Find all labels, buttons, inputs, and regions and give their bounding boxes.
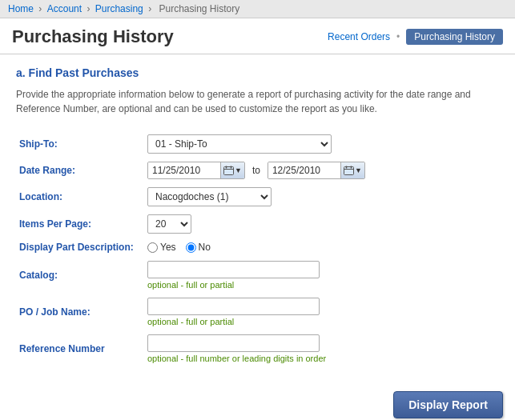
catalog-label: Catalog: xyxy=(16,257,144,294)
po-job-input[interactable] xyxy=(147,298,320,315)
po-job-input-cell: optional - full or partial xyxy=(144,294,499,330)
ref-number-optional-text: optional - full number or leading digits… xyxy=(147,354,496,363)
items-per-page-select[interactable]: 20 10 50 100 xyxy=(147,214,191,234)
breadcrumb-purchasing[interactable]: Purchasing xyxy=(95,3,143,14)
date-to-calendar-button[interactable]: ▼ xyxy=(340,162,364,178)
purchasing-history-tab[interactable]: Purchasing History xyxy=(406,29,503,45)
date-to-wrapper: ▼ xyxy=(268,162,365,179)
display-part-desc-label: Display Part Description: xyxy=(16,238,144,257)
radio-no[interactable] xyxy=(186,242,196,253)
breadcrumb-home[interactable]: Home xyxy=(8,3,34,14)
date-from-input[interactable] xyxy=(148,162,220,178)
po-job-label: PO / Job Name: xyxy=(16,294,144,330)
svg-rect-4 xyxy=(344,167,353,175)
ship-to-select[interactable]: 01 - Ship-To xyxy=(147,134,332,154)
date-separator: to xyxy=(252,165,260,176)
date-to-input[interactable] xyxy=(268,162,340,178)
form-table: Ship-To: 01 - Ship-To Date Range: xyxy=(16,130,499,367)
ref-number-input-cell: optional - full number or leading digits… xyxy=(144,330,499,367)
radio-group: Yes No xyxy=(147,242,496,253)
section-title: a. Find Past Purchases xyxy=(16,66,499,79)
po-job-row: PO / Job Name: optional - full or partia… xyxy=(16,294,499,330)
radio-yes-text: Yes xyxy=(160,242,176,253)
page-title: Purchasing History xyxy=(12,26,174,47)
catalog-optional-text: optional - full or partial xyxy=(147,280,496,290)
radio-yes-label[interactable]: Yes xyxy=(147,242,176,253)
ship-to-row: Ship-To: 01 - Ship-To xyxy=(16,130,499,158)
location-label: Location: xyxy=(16,183,144,210)
ref-number-label: Reference Number xyxy=(16,330,144,367)
breadcrumb: Home › Account › Purchasing › Purchasing… xyxy=(0,0,515,18)
main-content: a. Find Past Purchases Provide the appro… xyxy=(0,54,515,379)
section-description: Provide the appropriate information belo… xyxy=(16,87,499,116)
radio-no-label[interactable]: No xyxy=(186,242,211,253)
items-per-page-input-cell: 20 10 50 100 xyxy=(144,210,499,238)
display-part-desc-row: Display Part Description: Yes No xyxy=(16,238,499,257)
breadcrumb-current: Purchasing History xyxy=(159,3,239,14)
items-per-page-label: Items Per Page: xyxy=(16,210,144,238)
ship-to-label: Ship-To: xyxy=(16,130,144,158)
nav-separator: • xyxy=(396,31,400,42)
po-job-optional-text: optional - full or partial xyxy=(147,317,496,326)
catalog-input[interactable] xyxy=(147,261,320,278)
date-range-row: Date Range: ▼ xyxy=(16,158,499,183)
svg-rect-0 xyxy=(224,167,234,175)
section-label: a. xyxy=(16,66,26,79)
ship-to-input-cell: 01 - Ship-To xyxy=(144,130,499,158)
display-part-desc-input-cell: Yes No xyxy=(144,238,499,257)
location-input-cell: Nacogdoches (1) xyxy=(144,183,499,210)
breadcrumb-account[interactable]: Account xyxy=(47,3,82,14)
page-header: Purchasing History Recent Orders • Purch… xyxy=(0,18,515,54)
radio-yes[interactable] xyxy=(147,242,158,253)
ref-number-row: Reference Number optional - full number … xyxy=(16,330,499,367)
location-select[interactable]: Nacogdoches (1) xyxy=(147,187,272,206)
radio-no-text: No xyxy=(199,242,211,253)
display-report-button[interactable]: Display Report xyxy=(393,391,503,418)
find-past-purchases-heading: Find Past Purchases xyxy=(29,66,139,79)
date-from-wrapper: ▼ xyxy=(147,162,245,179)
catalog-row: Catalog: optional - full or partial xyxy=(16,257,499,294)
items-per-page-row: Items Per Page: 20 10 50 100 xyxy=(16,210,499,238)
ref-number-input[interactable] xyxy=(147,334,320,352)
header-navigation: Recent Orders • Purchasing History xyxy=(328,29,503,45)
button-row: Display Report xyxy=(0,379,515,420)
date-from-calendar-button[interactable]: ▼ xyxy=(220,162,244,178)
catalog-input-cell: optional - full or partial xyxy=(144,257,499,294)
date-range-label: Date Range: xyxy=(16,158,144,183)
date-range-input-cell: ▼ to ▼ xyxy=(144,158,499,183)
location-row: Location: Nacogdoches (1) xyxy=(16,183,499,210)
recent-orders-link[interactable]: Recent Orders xyxy=(328,31,390,42)
